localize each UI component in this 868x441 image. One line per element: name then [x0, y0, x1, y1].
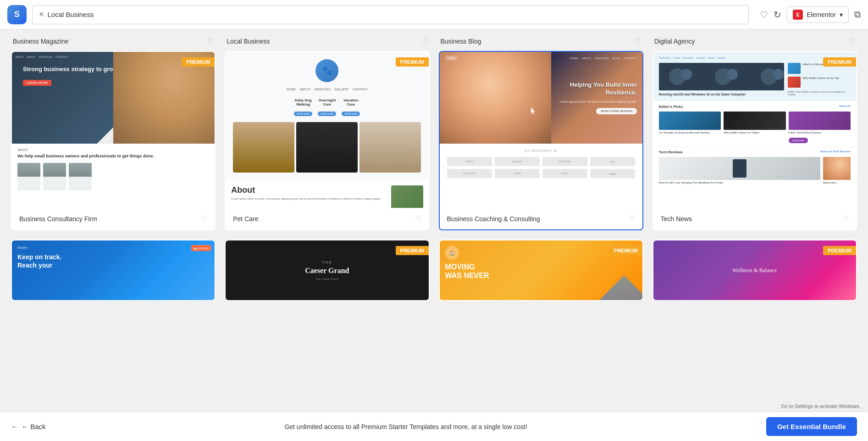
- pc-about-text: About Lorem ipsum dolor sit amet, consec…: [231, 185, 386, 208]
- template-card-wellness[interactable]: PREMIUM Wellness & Balance: [652, 240, 857, 301]
- tn-person-silhouette: [823, 157, 851, 180]
- pc-nav: HOMEABOUTSERVICESGALLERYCONTACT: [286, 88, 368, 91]
- pc-about-image: [391, 185, 423, 208]
- tn-featured-article: Running macOS and Windows 10 on the Same…: [659, 63, 785, 96]
- get-bundle-button[interactable]: Get Essential Bundle: [766, 417, 857, 436]
- card-name-tech-news: Tech News: [661, 215, 692, 223]
- elementor-label: Elementor: [807, 11, 836, 18]
- card-footer-pet-care: Pet Care ♡: [226, 208, 428, 229]
- featured-logo-2: ■ BRAND: [495, 157, 540, 166]
- template-card-moving[interactable]: PREMIUM 🏠 MOVINGWAS NEVER: [439, 240, 643, 301]
- tn-top-articles: Running macOS and Windows 10 on the Same…: [659, 63, 851, 96]
- template-card-tech-news[interactable]: PREMIUM TechNitro HomeReviewsGuidesNewsV…: [652, 51, 857, 230]
- premium-badge-pet-care: PREMIUM: [396, 57, 429, 67]
- kot-logo: Babble: [17, 246, 209, 249]
- tn-editors-title: Editor's Picks Show All: [659, 105, 851, 109]
- card-preview-caeser-grand: PREMIUM THE Caeser Grand The Caeser Gran…: [226, 240, 428, 300]
- header: S × ♡ ↻ E Elementor ▾ ⧉: [0, 0, 868, 29]
- tn-article-image-2: [724, 112, 785, 130]
- tn-subscribe-button[interactable]: Subscribe: [789, 138, 808, 143]
- mv-headline: MOVINGWAS NEVER: [445, 262, 637, 280]
- refresh-button[interactable]: ↻: [774, 9, 781, 20]
- search-bar: ×: [32, 5, 749, 24]
- heart-icon-business-magazine[interactable]: ♡: [207, 37, 214, 45]
- coaching-logo-grid-row2: SPECTRUM LABOR GOGO ▬▬▬: [447, 169, 635, 178]
- coaching-logo-grid-row1: UNDRO ■ BRAND BUSINESS ●●●: [447, 157, 635, 166]
- tn-side-image-2: [788, 77, 801, 88]
- template-card-pet-care[interactable]: PREMIUM 🐾 HOMEABOUTSERVICESGALLERYCONTAC…: [225, 51, 429, 230]
- card-preview-moving: PREMIUM 🏠 MOVINGWAS NEVER: [440, 240, 642, 300]
- refresh-icon: ↻: [774, 9, 781, 20]
- heart-icon-local-business[interactable]: ♡: [421, 37, 428, 45]
- bc-team-row: [17, 163, 209, 190]
- bc-about-text: We help small business owners and profes…: [17, 153, 209, 159]
- premium-badge-caeser-grand: PREMIUM: [396, 246, 429, 255]
- tn-articles-grid: For Families at Texas at Microsoft Surfa…: [659, 112, 851, 143]
- windows-activate-notice: Go to Settings to activate Windows.: [781, 403, 861, 409]
- label-text-local-business: Local Business: [227, 38, 270, 45]
- tn-featured-title: Running macOS and Windows 10 on the Same…: [659, 92, 785, 96]
- footer: ← ← Back Get unlimited access to all Pre…: [0, 412, 868, 441]
- card-heart-pet-care[interactable]: ♡: [415, 214, 421, 223]
- template-card-keep-on-track[interactable]: Babble Keep on track.Reach your 📅 26 Jun…: [11, 240, 216, 301]
- premium-badge-tech-news: PREMIUM: [823, 57, 856, 67]
- cg-subtitle: THE: [321, 260, 332, 265]
- card-preview-business-consultancy: PREMIUM MENUABOUTSERVICESCONTACT Strong …: [12, 52, 215, 208]
- tn-tech-show-all-link[interactable]: Show All Tech Reviews: [820, 150, 851, 154]
- heart-icon-business-blog[interactable]: ♡: [635, 37, 641, 45]
- coaching-logo: LIVE: [445, 56, 458, 61]
- tn-side-article-2: Why Netflix shares on the Top: [788, 77, 851, 88]
- label-digital-agency: Digital Agency ♡: [652, 37, 857, 45]
- back-button[interactable]: ← ← Back: [11, 423, 46, 430]
- card-name-pet-care: Pet Care: [233, 215, 258, 223]
- bc-about-section: ABOUT We help small business owners and …: [12, 144, 215, 208]
- kot-headline: Keep on track.Reach your: [17, 253, 209, 269]
- external-icon: ⧉: [854, 9, 861, 19]
- coaching-nav-links: HOMEABOUTSERVICESBLOGCONTACT: [570, 57, 637, 60]
- kot-badge: 📅 26 June: [191, 245, 211, 251]
- tn-side-article-3: 8 Bits That Define Science and Accessibi…: [788, 90, 851, 96]
- coaching-logos-section: AS FEATURED IN UNDRO ■ BRAND BUSINESS ●●…: [440, 144, 642, 208]
- coaching-hero: LIVE HOMEABOUTSERVICESBLOGCONTACT Helpin…: [440, 52, 642, 144]
- pc-dog-2: [296, 122, 358, 173]
- external-link-button[interactable]: ⧉: [854, 9, 861, 20]
- favorites-button[interactable]: ♡: [760, 9, 768, 20]
- pc-logo-icon: 🐾: [322, 66, 332, 76]
- featured-logo-7: GOGO: [542, 169, 587, 178]
- card-heart-business-coaching[interactable]: ♡: [629, 214, 635, 223]
- search-input[interactable]: [48, 11, 742, 18]
- featured-logo-3: BUSINESS: [542, 157, 587, 166]
- tn-article-1: For Families at Texas at Microsoft Surfa…: [659, 112, 721, 143]
- main-content: Business Magazine ♡ Local Business ♡ Bus…: [0, 29, 868, 310]
- tn-editors-pick-section: Editor's Picks Show All For Families at …: [653, 101, 856, 147]
- category-labels-row: Business Magazine ♡ Local Business ♡ Bus…: [11, 29, 857, 51]
- template-grid: PREMIUM MENUABOUTSERVICESCONTACT Strong …: [11, 51, 857, 230]
- featured-logo-1: UNDRO: [447, 157, 492, 166]
- template-card-business-coaching[interactable]: LIVE HOMEABOUTSERVICESBLOGCONTACT Helpin…: [439, 51, 643, 230]
- tn-side-image-1: [788, 63, 801, 74]
- app-logo: S: [7, 5, 27, 24]
- heart-icon-digital-agency[interactable]: ♡: [849, 37, 855, 45]
- card-preview-keep-on-track: Babble Keep on track.Reach your 📅 26 Jun…: [12, 240, 215, 300]
- mv-logo: 🏠: [445, 246, 459, 260]
- card-heart-business-consultancy[interactable]: ♡: [201, 214, 207, 223]
- elementor-selector-button[interactable]: E Elementor ▾: [787, 6, 849, 23]
- premium-badge-business-consultancy: PREMIUM: [182, 57, 215, 67]
- template-card-business-consultancy[interactable]: PREMIUM MENUABOUTSERVICESCONTACT Strong …: [11, 51, 216, 230]
- label-business-magazine: Business Magazine ♡: [11, 37, 216, 45]
- tn-show-all-link[interactable]: Show All: [839, 105, 851, 109]
- cg-sub: The Caeser Grand: [316, 278, 339, 280]
- pc-dogs-section: [233, 122, 421, 173]
- card-heart-tech-news[interactable]: ♡: [842, 214, 849, 223]
- template-card-caeser-grand[interactable]: PREMIUM THE Caeser Grand The Caeser Gran…: [225, 240, 429, 301]
- clear-search-button[interactable]: ×: [39, 10, 44, 19]
- footer-promo-text: Get unlimited access to all Premium Star…: [284, 423, 527, 430]
- bc-team-member-3: [69, 163, 92, 190]
- featured-logo-4: ●●●: [590, 157, 635, 166]
- pc-dog-3: [359, 122, 421, 173]
- featured-logo-8: ▬▬▬: [590, 169, 635, 178]
- tn-article-image-1: [659, 112, 721, 130]
- cg-headline: Caeser Grand: [305, 267, 349, 275]
- coaching-person: [440, 52, 551, 144]
- coaching-featured-label: AS FEATURED IN: [447, 149, 635, 152]
